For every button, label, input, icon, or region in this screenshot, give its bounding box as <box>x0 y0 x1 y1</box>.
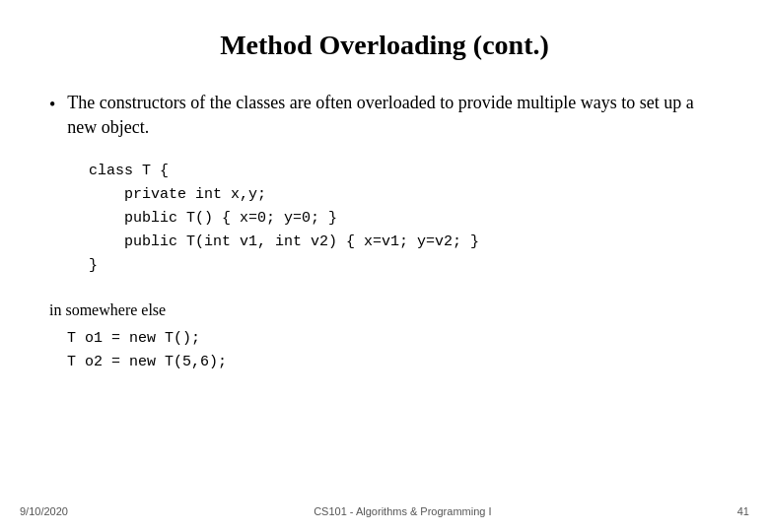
footer: 9/10/2020 CS101 - Algorithms & Programmi… <box>0 505 769 517</box>
bullet-section: • The constructors of the classes are of… <box>49 91 720 140</box>
somewhere-line-2: T o2 = new T(5,6); <box>49 351 720 374</box>
footer-date: 9/10/2020 <box>20 505 68 517</box>
code-line-1: class T { <box>89 160 720 183</box>
slide: Method Overloading (cont.) • The constru… <box>0 0 769 532</box>
footer-course: CS101 - Algorithms & Programming I <box>314 505 491 517</box>
code-line-5: } <box>89 254 720 278</box>
slide-title: Method Overloading (cont.) <box>49 30 720 61</box>
bullet-item: • The constructors of the classes are of… <box>49 91 720 140</box>
somewhere-label: in somewhere else <box>49 298 720 323</box>
code-line-4: public T(int v1, int v2) { x=v1; y=v2; } <box>89 231 720 254</box>
bullet-text: The constructors of the classes are ofte… <box>67 91 720 140</box>
somewhere-line-1: T o1 = new T(); <box>49 327 720 351</box>
code-line-3: public T() { x=0; y=0; } <box>89 207 720 231</box>
somewhere-section: in somewhere else T o1 = new T(); T o2 =… <box>49 298 720 374</box>
code-line-2: private int x,y; <box>89 183 720 207</box>
code-block: class T { private int x,y; public T() { … <box>89 160 720 278</box>
bullet-dot: • <box>49 93 55 117</box>
footer-page: 41 <box>737 505 749 517</box>
